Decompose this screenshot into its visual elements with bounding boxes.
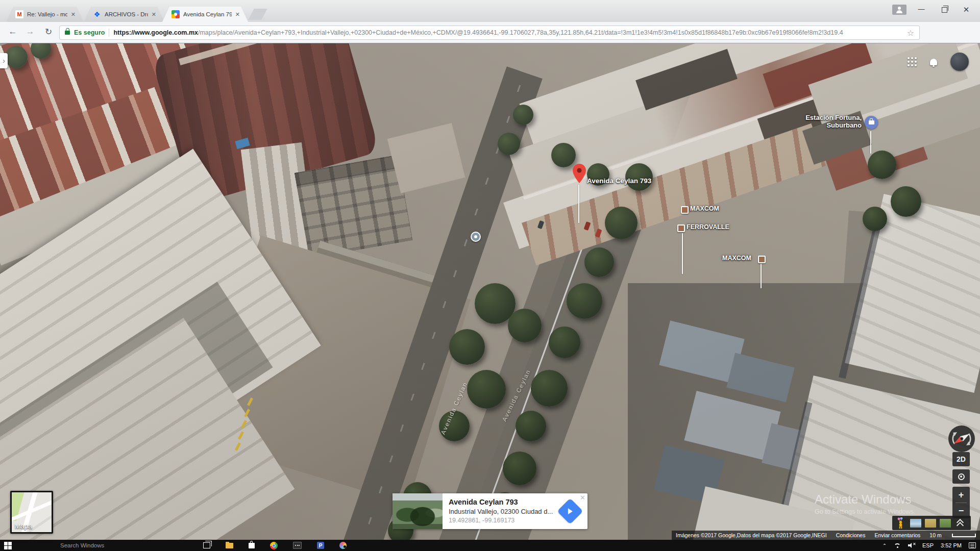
scale-bar (952, 534, 976, 537)
compass-control[interactable] (948, 425, 975, 452)
tab-title: ARCHIVOS - Dropbox (105, 11, 148, 17)
place-title: Avenida Ceylan 793 (449, 497, 554, 507)
store-icon[interactable] (249, 543, 255, 548)
terms-link[interactable]: Condiciones (836, 532, 866, 538)
map-canvas[interactable]: › Avenida Ceylan 793 MAXCOM FERROVALLE M… (0, 43, 980, 540)
tab-dropbox[interactable]: ❖ ARCHIVOS - Dropbox ✕ (84, 7, 164, 22)
account-avatar[interactable] (950, 53, 969, 71)
minimap-toggle[interactable]: Mapa (10, 491, 53, 534)
station-leader-line (870, 131, 871, 154)
chevron-right-icon: › (3, 57, 5, 65)
volume-muted-icon[interactable]: ✕ (908, 543, 915, 548)
location-target-icon (958, 473, 965, 480)
tab-gmail[interactable]: M Re: Vallejo - movil@dikar ✕ (6, 7, 84, 22)
start-button[interactable] (4, 542, 12, 549)
minimize-button[interactable]: — (914, 5, 929, 13)
url-text[interactable]: https://www.google.com.mx/maps/place/Ave… (113, 29, 902, 36)
card-close-icon[interactable]: ✕ (580, 494, 585, 502)
file-explorer-icon[interactable] (226, 543, 233, 548)
tab-title: Re: Vallejo - movil@dikar (27, 11, 67, 17)
poi-label-maxcom-1[interactable]: MAXCOM (690, 205, 719, 212)
map-top-right-controls (908, 53, 969, 71)
imagery-credit: Imágenes ©2017 Google,Datos del mapa ©20… (676, 532, 827, 538)
address-bar[interactable]: Es seguro https://www.google.com.mx/maps… (59, 26, 920, 40)
tab-maps-active[interactable]: Avenida Ceylan 793 - Goo ✕ (162, 7, 248, 22)
imagery-thumb-grass[interactable] (940, 519, 951, 528)
place-info-card: Avenida Ceylan 793 Industrial Vallejo, 0… (393, 493, 587, 529)
side-panel-toggle[interactable]: › (0, 53, 8, 68)
browser-toolbar: ← → ↻ Es seguro https://www.google.com.m… (0, 22, 980, 43)
feedback-link[interactable]: Enviar comentarios (874, 532, 920, 538)
clock[interactable]: 3:52 PM (941, 542, 962, 548)
poi-marker-icon[interactable] (758, 256, 766, 263)
close-tab-icon[interactable]: ✕ (71, 11, 76, 18)
poi-marker-icon[interactable] (681, 206, 689, 214)
streetview-photo[interactable] (393, 493, 443, 529)
collapse-imagery-button[interactable] (958, 520, 963, 526)
poi-marker-icon[interactable] (677, 224, 685, 232)
scale-label: 10 m (929, 532, 941, 538)
maps-favicon-icon (172, 10, 180, 18)
station-label-line1: Estación Fortuna, (781, 114, 862, 121)
poi-label-maxcom-2[interactable]: MAXCOM (722, 255, 751, 262)
zoom-control: + − (952, 487, 970, 518)
google-apps-grid-icon[interactable] (908, 57, 917, 66)
briefcase-icon (869, 120, 874, 124)
map-attribution-bar: Imágenes ©2017 Google,Datos del mapa ©20… (672, 531, 980, 540)
place-info-text: Avenida Ceylan 793 Industrial Vallejo, 0… (443, 493, 559, 529)
place-pin-icon[interactable] (573, 164, 586, 183)
gmail-favicon-icon: M (15, 10, 23, 18)
chrome-icon[interactable] (270, 542, 278, 549)
forward-button[interactable]: → (23, 27, 37, 37)
tray-expand-icon[interactable]: ⌃ (883, 543, 887, 548)
url-path: /maps/place/Avenida+Ceylan+793,+Industri… (198, 29, 843, 36)
app-monitor-icon[interactable] (293, 542, 302, 549)
zoom-in-button[interactable]: + (952, 487, 970, 503)
wifi-icon[interactable] (894, 543, 901, 548)
poi-leader-line (682, 233, 683, 274)
minimap-label: Mapa (15, 522, 32, 530)
system-tray: ⌃ ✕ ESP 3:52 PM (883, 540, 980, 551)
secure-label: Es seguro (74, 29, 105, 36)
place-coordinates: 19.492861, -99.169173 (449, 516, 554, 525)
url-host: https://www.google.com.mx (113, 29, 198, 36)
paint-palette-icon[interactable] (339, 542, 347, 549)
close-window-button[interactable]: ✕ (959, 5, 974, 14)
action-center-icon[interactable] (969, 542, 976, 548)
close-tab-icon[interactable]: ✕ (235, 11, 240, 18)
reload-button[interactable]: ↻ (42, 27, 55, 37)
app-p-icon[interactable]: P (317, 542, 324, 549)
windows-taskbar: Search Windows P ⌃ ✕ ESP 3:52 PM (0, 540, 980, 551)
person-icon (896, 10, 902, 13)
marker-label[interactable]: Avenida Ceylan 793 (587, 177, 651, 185)
bookmark-star-icon[interactable]: ☆ (907, 28, 914, 38)
pin-leader-line (578, 185, 579, 223)
imagery-thumb-sky[interactable] (910, 519, 921, 528)
desktop: M Re: Vallejo - movil@dikar ✕ ❖ ARCHIVOS… (0, 0, 980, 551)
restore-button[interactable] (937, 7, 952, 14)
close-tab-icon[interactable]: ✕ (152, 11, 156, 18)
imagery-thumb-field[interactable] (925, 519, 936, 528)
directions-button[interactable] (557, 498, 583, 524)
transit-dot-marker[interactable] (471, 232, 481, 242)
new-tab-button[interactable] (248, 9, 267, 20)
pegman-bar (892, 516, 971, 530)
task-view-icon[interactable] (203, 542, 210, 548)
poi-leader-line (761, 264, 762, 288)
browser-profile-button[interactable] (892, 5, 906, 15)
taskbar-icons: P (203, 540, 347, 551)
language-indicator[interactable]: ESP (922, 542, 934, 548)
place-address: Industrial Vallejo, 02300 Ciudad d... (449, 507, 554, 516)
tab-title: Avenida Ceylan 793 - Goo (183, 11, 232, 17)
station-label[interactable]: Estación Fortuna, Suburbano (781, 114, 862, 129)
station-icon[interactable] (865, 116, 878, 129)
my-location-button[interactable] (952, 469, 970, 484)
notifications-bell-icon[interactable] (930, 59, 937, 65)
back-button[interactable]: ← (6, 27, 19, 37)
poi-label-ferrovalle[interactable]: FERROVALLE (687, 223, 729, 231)
pegman-icon[interactable] (896, 517, 906, 529)
station-label-line2: Suburbano (781, 121, 862, 129)
taskbar-search[interactable]: Search Windows (60, 540, 104, 551)
2d-mode-button[interactable]: 2D (952, 452, 970, 466)
directions-arrow-icon (568, 508, 573, 514)
